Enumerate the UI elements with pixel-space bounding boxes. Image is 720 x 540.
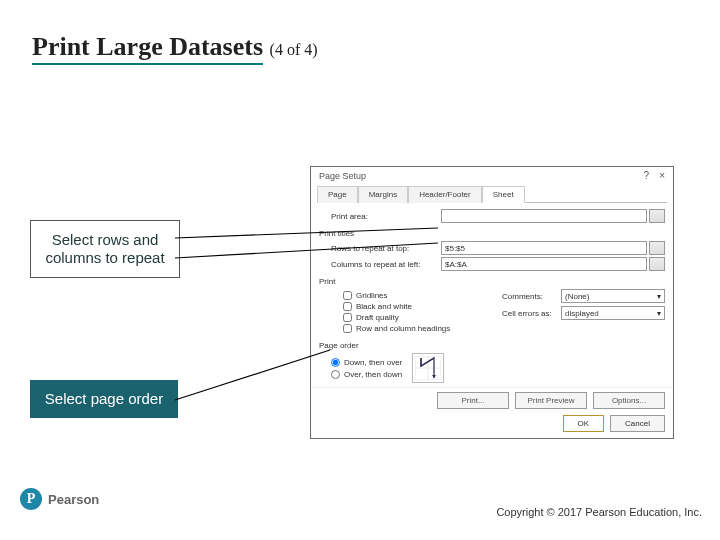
dialog-tabs: Page Margins Header/Footer Sheet bbox=[317, 185, 667, 203]
cols-repeat-input[interactable]: $A:$A bbox=[441, 257, 647, 271]
chevron-down-icon: ▾ bbox=[657, 309, 661, 318]
slide: Print Large Datasets (4 of 4) Select row… bbox=[0, 0, 720, 540]
cols-repeat-label: Columns to repeat at left: bbox=[331, 260, 441, 269]
print-group: Print Gridlines Black and white Draft qu… bbox=[319, 277, 665, 335]
print-titles-group: Print titles Rows to repeat at top: $5:$… bbox=[319, 229, 665, 271]
slide-title: Print Large Datasets (4 of 4) bbox=[32, 32, 318, 62]
tab-sheet[interactable]: Sheet bbox=[482, 186, 525, 203]
radio-over-down[interactable]: Over, then down bbox=[331, 370, 402, 379]
cb-gridlines[interactable]: Gridlines bbox=[343, 291, 494, 300]
dialog-titlebar: Page Setup ? × bbox=[311, 167, 673, 181]
errors-select[interactable]: displayed▾ bbox=[561, 306, 665, 320]
brand-name: Pearson bbox=[48, 492, 99, 507]
cb-draft[interactable]: Draft quality bbox=[343, 313, 494, 322]
radio-icon[interactable] bbox=[331, 358, 340, 367]
tab-page[interactable]: Page bbox=[317, 186, 358, 203]
pearson-p-icon: P bbox=[20, 488, 42, 510]
checkbox-icon[interactable] bbox=[343, 313, 352, 322]
print-titles-label: Print titles bbox=[319, 229, 665, 238]
errors-row: Cell errors as: displayed▾ bbox=[502, 306, 665, 320]
close-icon[interactable]: × bbox=[659, 170, 665, 181]
print-area-input[interactable] bbox=[441, 209, 647, 223]
print-button[interactable]: Print... bbox=[437, 392, 509, 409]
cancel-button[interactable]: Cancel bbox=[610, 415, 665, 432]
tab-margins[interactable]: Margins bbox=[358, 186, 408, 203]
checkbox-icon[interactable] bbox=[343, 291, 352, 300]
range-picker-icon[interactable] bbox=[649, 241, 665, 255]
radio-icon[interactable] bbox=[331, 370, 340, 379]
brand-logo: P Pearson bbox=[20, 488, 99, 510]
page-setup-dialog: Page Setup ? × Page Margins Header/Foote… bbox=[310, 166, 674, 439]
radio-down-over[interactable]: Down, then over bbox=[331, 358, 402, 367]
copyright: Copyright © 2017 Pearson Education, Inc. bbox=[496, 506, 702, 518]
chevron-down-icon: ▾ bbox=[657, 292, 661, 301]
print-group-label: Print bbox=[319, 277, 665, 286]
range-picker-icon[interactable] bbox=[649, 209, 665, 223]
checkbox-icon[interactable] bbox=[343, 302, 352, 311]
cb-bw[interactable]: Black and white bbox=[343, 302, 494, 311]
print-preview-button[interactable]: Print Preview bbox=[515, 392, 587, 409]
options-button[interactable]: Options... bbox=[593, 392, 665, 409]
dialog-link-buttons: Print... Print Preview Options... bbox=[311, 387, 673, 411]
page-order-diagram bbox=[412, 353, 444, 383]
svg-marker-3 bbox=[432, 375, 436, 378]
print-area-label: Print area: bbox=[331, 212, 441, 221]
print-area-group: Print area: bbox=[319, 209, 665, 223]
page-order-group: Page order Down, then over Over, then do… bbox=[319, 341, 665, 383]
title-main: Print Large Datasets bbox=[32, 32, 263, 65]
errors-label: Cell errors as: bbox=[502, 309, 557, 318]
page-order-label: Page order bbox=[319, 341, 665, 350]
cb-headings[interactable]: Row and column headings bbox=[343, 324, 494, 333]
checkbox-icon[interactable] bbox=[343, 324, 352, 333]
range-picker-icon[interactable] bbox=[649, 257, 665, 271]
svg-line-6 bbox=[175, 350, 330, 400]
title-sub: (4 of 4) bbox=[270, 41, 318, 58]
comments-row: Comments: (None)▾ bbox=[502, 289, 665, 303]
dialog-ok-cancel: OK Cancel bbox=[311, 411, 673, 438]
dialog-controls: ? × bbox=[644, 170, 665, 181]
comments-select[interactable]: (None)▾ bbox=[561, 289, 665, 303]
rows-repeat-label: Rows to repeat at top: bbox=[331, 244, 441, 253]
help-icon[interactable]: ? bbox=[644, 170, 650, 181]
tab-header-footer[interactable]: Header/Footer bbox=[408, 186, 482, 203]
ok-button[interactable]: OK bbox=[563, 415, 605, 432]
callout-rows-cols: Select rows and columns to repeat bbox=[30, 220, 180, 278]
dialog-title: Page Setup bbox=[319, 171, 366, 181]
rows-repeat-input[interactable]: $5:$5 bbox=[441, 241, 647, 255]
comments-label: Comments: bbox=[502, 292, 557, 301]
callout-page-order: Select page order bbox=[30, 380, 178, 418]
